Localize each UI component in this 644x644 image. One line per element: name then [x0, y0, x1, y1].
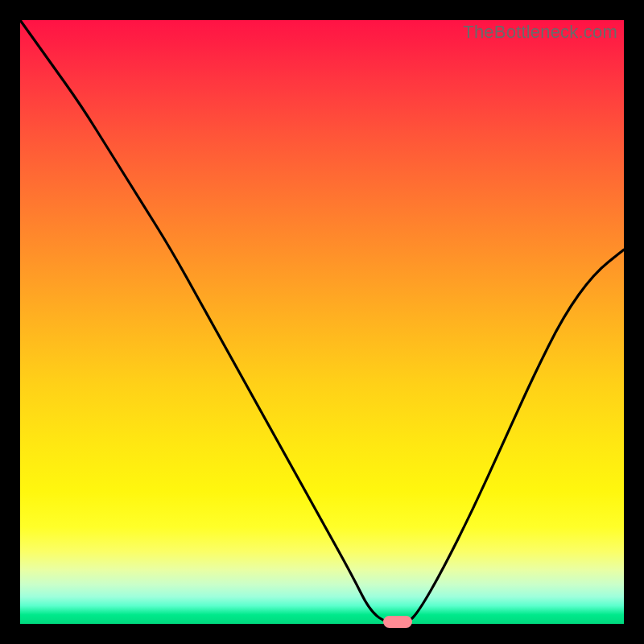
optimal-marker — [383, 616, 412, 628]
watermark-text: TheBottleneck.com — [463, 22, 617, 43]
bottleneck-curve — [20, 20, 624, 624]
plot-area: TheBottleneck.com — [20, 20, 624, 624]
chart-frame: TheBottleneck.com — [0, 0, 644, 644]
curve-path — [20, 20, 624, 624]
